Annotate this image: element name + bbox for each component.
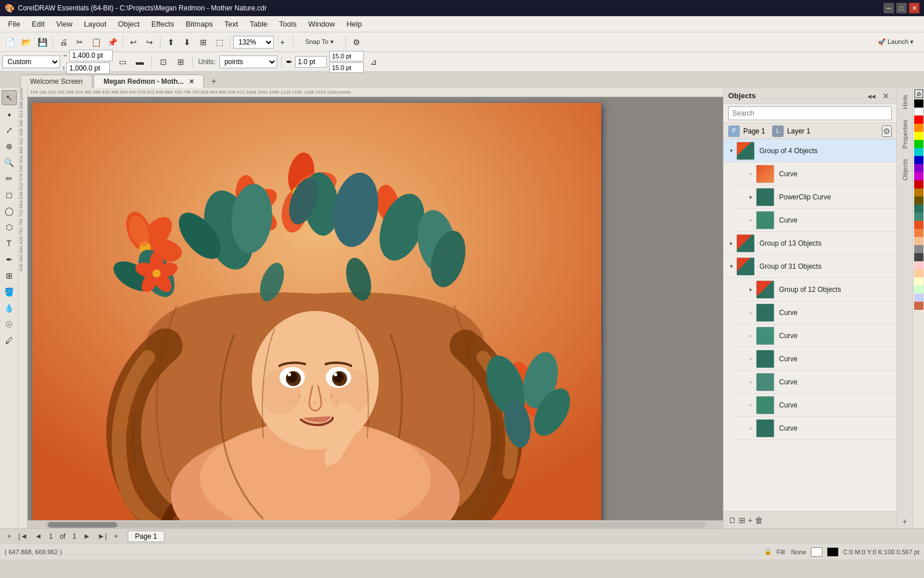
objects-list-item-powerclip[interactable]: ▸ PowerClip Curve — [733, 186, 896, 209]
redo-button[interactable]: ↪ — [142, 35, 157, 50]
color-swatch-green[interactable] — [914, 140, 923, 148]
tab-properties-button[interactable]: Properties — [899, 115, 911, 153]
cut-button[interactable]: ✂ — [72, 35, 87, 50]
color-swatch-brown[interactable] — [914, 188, 923, 197]
color-swatch-light-yellow[interactable] — [914, 277, 923, 286]
freehand-tool[interactable]: ✏ — [2, 171, 17, 186]
objects-search-input[interactable] — [728, 106, 892, 120]
color-swatch-blue[interactable] — [914, 156, 923, 164]
prev-page-button[interactable]: ◄ — [32, 531, 44, 542]
next-page-button[interactable]: ► — [81, 531, 93, 542]
new-button[interactable]: 📄 — [2, 35, 17, 50]
color-swatch-skin[interactable] — [914, 237, 923, 245]
page-height-input[interactable] — [66, 62, 110, 74]
menu-edit[interactable]: Edit — [26, 17, 50, 31]
transform-tool[interactable]: ⤢ — [2, 123, 17, 138]
shape-tool[interactable]: ⬧ — [2, 106, 17, 121]
options-button[interactable]: ⚙ — [349, 35, 364, 50]
panel-close-button[interactable]: ✕ — [880, 90, 892, 102]
expand-icon-group12[interactable]: ▸ — [747, 286, 755, 294]
color-swatch-black[interactable] — [914, 99, 923, 108]
panel-expand-button[interactable]: ◂◂ — [865, 90, 878, 102]
menu-object[interactable]: Object — [112, 17, 146, 31]
expand-icon-group4[interactable]: ▾ — [727, 147, 735, 155]
color-swatch-cyan[interactable] — [914, 148, 923, 156]
tab-objects-button[interactable]: Objects — [899, 154, 911, 185]
ellipse-tool[interactable]: ◯ — [2, 203, 17, 218]
panel-add-layer-btn[interactable]: + — [748, 516, 752, 525]
tab-close-icon[interactable]: ✕ — [189, 78, 194, 85]
menu-file[interactable]: File — [2, 17, 26, 31]
expand-icon-powerclip[interactable]: ▸ — [747, 193, 755, 201]
objects-list-item-curve5[interactable]: ▸ Curve — [733, 347, 896, 370]
color-swatch-white[interactable] — [914, 108, 923, 116]
objects-list-item-curve3[interactable]: ▸ Curve — [733, 301, 896, 324]
color-swatch-orange-med[interactable] — [914, 221, 923, 229]
export-button[interactable]: ⬇ — [180, 35, 195, 50]
expand-icon-group31[interactable]: ▾ — [727, 262, 735, 271]
copy-button[interactable]: 📋 — [88, 35, 103, 50]
units-select[interactable]: points inches mm — [219, 55, 277, 68]
outline-tool[interactable]: 🖊 — [2, 333, 17, 348]
color-swatch-magenta[interactable] — [914, 172, 923, 180]
print-button[interactable]: 🖨 — [56, 35, 71, 50]
menu-layout[interactable]: Layout — [78, 17, 112, 31]
tab-welcome-screen[interactable]: Welcome Screen — [20, 75, 92, 88]
minimize-button[interactable]: ─ — [884, 3, 894, 13]
layer-settings-button[interactable]: ⚙ — [882, 125, 892, 137]
table-tool[interactable]: ⊞ — [2, 268, 17, 283]
launch-button[interactable]: 🚀 Launch ▾ — [870, 35, 922, 50]
text-tool[interactable]: T — [2, 236, 17, 251]
menu-text[interactable]: Text — [218, 17, 244, 31]
rectangle-tool[interactable]: ◻ — [2, 187, 17, 202]
add-page-end-button[interactable]: + — [111, 531, 121, 542]
color-swatch-teal-med[interactable] — [914, 213, 923, 221]
hscroll-thumb[interactable] — [48, 522, 117, 528]
objects-list-item-group13[interactable]: ▸ Group of 13 Objects — [724, 232, 896, 255]
view-wireframe-button[interactable]: ⬚ — [212, 35, 227, 50]
more-options-button[interactable]: ⊿ — [366, 54, 381, 69]
color-swatch-yellow[interactable] — [914, 132, 923, 140]
menu-help[interactable]: Help — [341, 17, 368, 31]
select-tool[interactable]: ↖ — [2, 90, 17, 105]
paste-button[interactable]: 📌 — [105, 35, 120, 50]
objects-list-item-curve7[interactable]: ▸ Curve — [733, 394, 896, 417]
crop-tool[interactable]: ⊕ — [2, 139, 17, 154]
panel-page-icon-btn[interactable]: 🗋 — [728, 516, 736, 525]
horizontal-scrollbar[interactable] — [28, 520, 723, 528]
landscape-button[interactable]: ▬ — [132, 54, 147, 69]
objects-list-item-curve8[interactable]: ▸ Curve — [733, 417, 896, 440]
objects-list-item-group12[interactable]: ▸ Group of 12 Objects — [733, 278, 896, 301]
polygon-tool[interactable]: ⬡ — [2, 220, 17, 235]
menu-bitmaps[interactable]: Bitmaps — [180, 17, 218, 31]
menu-view[interactable]: View — [50, 17, 78, 31]
size2-input[interactable] — [329, 62, 364, 73]
color-swatch-dark-gray[interactable] — [914, 253, 923, 261]
color-swatch-purple[interactable] — [914, 164, 923, 172]
zoom-tool[interactable]: 🔍 — [2, 155, 17, 170]
frame-button[interactable]: ⊞ — [173, 54, 188, 69]
page-width-input[interactable] — [69, 50, 113, 61]
color-swatch-dark-red[interactable] — [914, 180, 923, 188]
snap-to-button[interactable]: Snap To ▾ — [296, 35, 342, 50]
save-button[interactable]: 💾 — [35, 35, 50, 50]
fill-tool[interactable]: 🪣 — [2, 284, 17, 299]
panel-layer-icon-btn[interactable]: ⊞ — [739, 516, 746, 525]
tab-megan-redmon[interactable]: Megan Redmon - Moth... ✕ — [94, 75, 204, 88]
undo-button[interactable]: ↩ — [126, 35, 141, 50]
page-tab[interactable]: Page 1 — [128, 531, 165, 542]
expand-icon-group13[interactable]: ▸ — [727, 239, 735, 247]
portrait-button[interactable]: ▭ — [115, 54, 130, 69]
menu-tools[interactable]: Tools — [273, 17, 302, 31]
color-swatch-teal[interactable] — [914, 205, 923, 213]
objects-list-item-curve1[interactable]: ▸ Curve — [733, 162, 896, 186]
canvas-area[interactable]: 144 180 216 252 288 324 360 396 432 468 … — [18, 88, 723, 528]
first-page-button[interactable]: |◄ — [16, 531, 30, 542]
color-swatch-red[interactable] — [914, 116, 923, 124]
bleed-button[interactable]: ⊡ — [156, 54, 171, 69]
open-button[interactable]: 📂 — [18, 35, 33, 50]
new-tab-button[interactable]: + — [207, 75, 220, 88]
zoom-select[interactable]: 132% — [233, 36, 274, 49]
color-swatch-pink[interactable] — [914, 261, 923, 269]
drawing-canvas[interactable] — [28, 97, 723, 520]
